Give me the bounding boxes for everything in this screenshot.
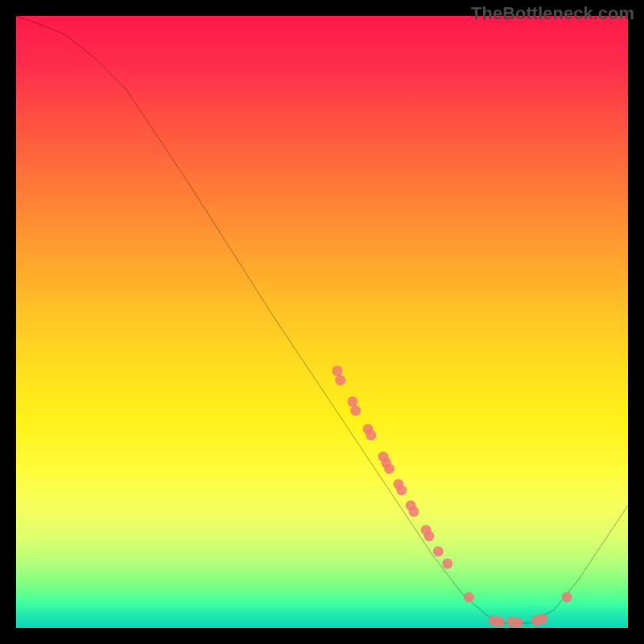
data-point xyxy=(464,592,474,603)
data-point xyxy=(348,396,358,407)
data-point xyxy=(513,617,523,628)
watermark-text: TheBottleneck.com xyxy=(471,3,634,24)
data-point xyxy=(442,559,452,569)
data-point xyxy=(350,406,361,416)
data-point xyxy=(433,547,444,557)
data-point xyxy=(424,531,435,542)
plot-area xyxy=(16,16,628,628)
data-point xyxy=(494,617,505,627)
data-point xyxy=(384,464,394,474)
data-point xyxy=(335,375,345,386)
data-point xyxy=(332,365,343,376)
data-point xyxy=(409,506,419,517)
points-svg xyxy=(16,16,628,628)
data-point xyxy=(365,430,376,440)
data-point xyxy=(562,592,572,603)
data-point xyxy=(396,485,407,496)
data-point xyxy=(537,613,547,624)
